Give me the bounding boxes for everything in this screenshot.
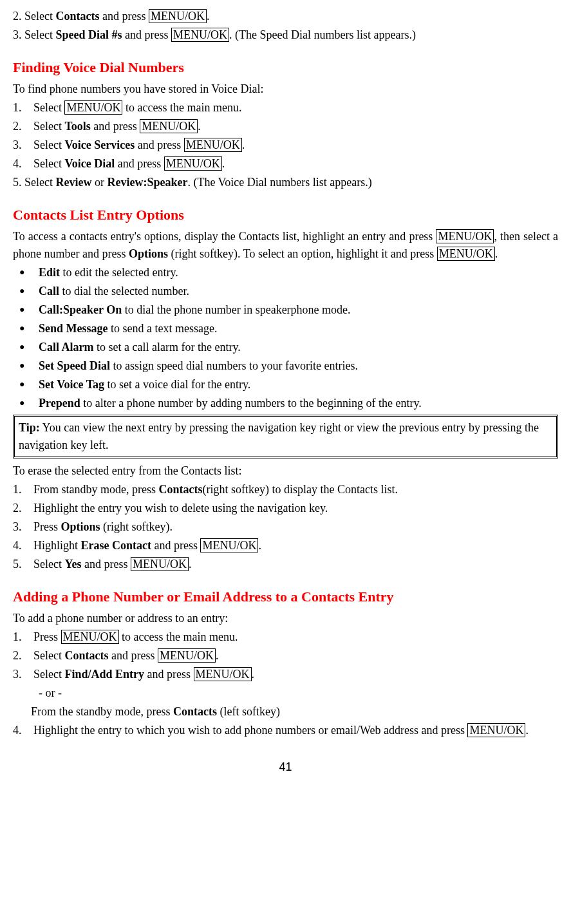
erase-step-3: 3. Press Options (right softkey). — [13, 518, 558, 536]
erase-contact-label: Erase Contact — [81, 539, 151, 552]
options-bullet-list: Edit to edit the selected entry. Call to… — [13, 264, 558, 412]
bullet-prepend: Prepend to alter a phone number by addin… — [19, 395, 558, 412]
step-number: 3. — [13, 137, 33, 154]
prepend-label: Prepend — [39, 397, 80, 410]
text: . — [216, 649, 219, 662]
text: . — [198, 120, 201, 133]
text: (left softkey) — [217, 705, 280, 718]
erase-step-5: 5. Select Yes and press MENU/OK. — [13, 556, 558, 573]
text: Select — [33, 649, 64, 662]
text: to send a text message. — [108, 322, 218, 335]
menu-ok-key: MENU/OK — [131, 557, 189, 571]
adding-step-2: 2. Select Contacts and press MENU/OK. — [13, 647, 558, 665]
step-number: 2. — [13, 500, 33, 517]
text: and press — [115, 157, 164, 170]
send-message-label: Send Message — [39, 322, 108, 335]
contacts-label: Contacts — [173, 705, 217, 718]
voice-services-label: Voice Services — [64, 138, 135, 151]
voice-dial-step-4: 4. Select Voice Dial and press MENU/OK. — [13, 155, 558, 173]
bullet-set-speed-dial: Set Speed Dial to assign speed dial numb… — [19, 357, 558, 375]
menu-ok-key: MENU/OK — [467, 723, 525, 737]
text: 2. Select — [13, 10, 55, 23]
menu-ok-key: MENU/OK — [149, 9, 207, 23]
edit-label: Edit — [39, 266, 60, 279]
finding-voice-dial-heading: Finding Voice Dial Numbers — [13, 57, 558, 78]
adding-step-1: 1. Press MENU/OK to access the main menu… — [13, 628, 558, 646]
text: and press — [91, 120, 140, 133]
text: . (The Voice Dial numbers list appears.) — [187, 176, 371, 189]
text: to set a call alarm for the entry. — [94, 341, 241, 354]
adding-step-4: 4. Highlight the entry to which you wish… — [13, 722, 558, 739]
step-number: 1. — [13, 481, 33, 498]
text: . (The Speed Dial numbers list appears.) — [229, 28, 416, 41]
tip-box: Tip: You can view the next entry by pres… — [13, 415, 558, 458]
set-speed-dial-label: Set Speed Dial — [39, 359, 110, 372]
text: Select — [33, 668, 64, 681]
text: to assign speed dial numbers to your fav… — [110, 359, 358, 372]
text: Select — [33, 120, 64, 133]
bullet-call-speaker: Call:Speaker On to dial the phone number… — [19, 301, 558, 319]
text: and press — [144, 668, 193, 681]
erase-step-1: 1. From standby mode, press Contacts(rig… — [13, 481, 558, 498]
text: and press — [99, 10, 148, 23]
erase-steps: 1. From standby mode, press Contacts(rig… — [13, 481, 558, 573]
bullet-set-voice-tag: Set Voice Tag to set a voice dial for th… — [19, 376, 558, 393]
voice-dial-label: Voice Dial — [64, 157, 115, 170]
text: . — [222, 157, 225, 170]
text: Highlight — [33, 539, 81, 552]
bullet-call: Call to dial the selected number. — [19, 283, 558, 300]
speed-dial-step-3: 3. Select Speed Dial #s and press MENU/O… — [13, 26, 558, 44]
or-standby-line: From the standby mode, press Contacts (l… — [13, 703, 558, 721]
text: 5. Select — [13, 176, 55, 189]
step-number: 4. — [13, 155, 33, 173]
review-label: Review — [55, 176, 91, 189]
review-speaker-label: Review:Speaker — [107, 176, 187, 189]
text: Select — [33, 157, 64, 170]
voice-dial-step-2: 2. Select Tools and press MENU/OK. — [13, 118, 558, 135]
step-number: 1. — [13, 628, 33, 646]
text: to alter a phone number by adding number… — [80, 397, 422, 410]
erase-intro: To erase the selected entry from the Con… — [13, 462, 558, 480]
contacts-options-intro: To access a contacts entry's options, di… — [13, 228, 558, 263]
text: to edit the selected entry. — [60, 266, 178, 279]
text: (right softkey). To select an option, hi… — [168, 247, 437, 260]
menu-ok-key: MENU/OK — [158, 648, 216, 663]
erase-step-4: 4. Highlight Erase Contact and press MEN… — [13, 537, 558, 554]
text: . — [258, 539, 261, 552]
menu-ok-key: MENU/OK — [436, 229, 494, 243]
text: (right softkey). — [100, 520, 173, 533]
text: or — [91, 176, 107, 189]
bullet-send-message: Send Message to send a text message. — [19, 320, 558, 337]
text: to set a voice dial for the entry. — [104, 378, 250, 391]
text: . — [207, 10, 210, 23]
erase-step-2: 2. Highlight the entry you wish to delet… — [13, 500, 558, 517]
adding-number-heading: Adding a Phone Number or Email Address t… — [13, 586, 558, 607]
contacts-options-heading: Contacts List Entry Options — [13, 204, 558, 225]
menu-ok-key: MENU/OK — [437, 247, 495, 261]
or-divider: - or - — [13, 684, 558, 702]
adding-steps: 1. Press MENU/OK to access the main menu… — [13, 628, 558, 683]
step-number: 1. — [13, 99, 33, 117]
call-speaker-label: Call:Speaker On — [39, 303, 122, 316]
step-number: 3. — [13, 518, 33, 536]
text: (right softkey) to display the Contacts … — [202, 483, 397, 496]
text: and press — [108, 649, 157, 662]
text: and press — [151, 539, 200, 552]
voice-dial-step-1: 1. Select MENU/OK to access the main men… — [13, 99, 558, 117]
step-number: 4. — [13, 722, 33, 739]
text: and press — [81, 558, 130, 570]
speed-dial-label: Speed Dial #s — [55, 28, 122, 41]
text: Select — [33, 101, 64, 114]
text: to access the main menu. — [122, 101, 241, 114]
page-number: 41 — [13, 759, 558, 776]
step-number: 2. — [13, 118, 33, 135]
tip-text: You can view the next entry by pressing … — [19, 421, 539, 451]
text: 3. Select — [13, 28, 55, 41]
adding-number-intro: To add a phone number or address to an e… — [13, 610, 558, 627]
set-voice-tag-label: Set Voice Tag — [39, 378, 104, 391]
menu-ok-key: MENU/OK — [64, 100, 122, 115]
adding-step-3: 3. Select Find/Add Entry and press MENU/… — [13, 666, 558, 683]
finding-voice-dial-intro: To find phone numbers you have stored in… — [13, 80, 558, 98]
contacts-label: Contacts — [55, 10, 99, 23]
text: To access a contacts entry's options, di… — [13, 230, 436, 243]
